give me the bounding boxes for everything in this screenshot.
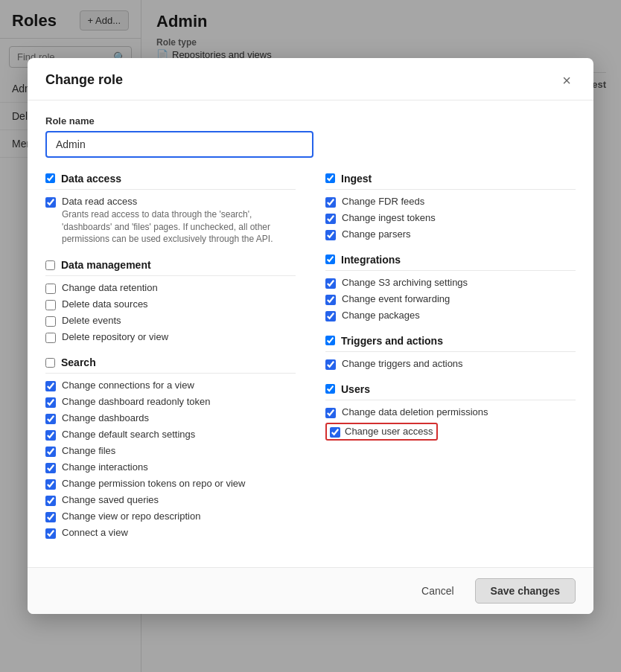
perm-change-data-retention: Change data retention — [45, 282, 296, 294]
checkbox-dashboards[interactable] — [45, 414, 56, 424]
perm-label: Delete repository or view — [62, 331, 168, 342]
perm-connect-view: Connect a view — [45, 527, 296, 539]
perm-view-repo-desc: Change view or repo description — [45, 511, 296, 522]
checkbox-dashboard-readonly[interactable] — [45, 397, 56, 408]
role-name-label: Role name — [45, 115, 576, 127]
checkbox-files[interactable] — [45, 447, 56, 457]
perm-delete-events: Delete events — [45, 315, 296, 327]
checkbox-saved-queries[interactable] — [45, 496, 56, 506]
right-column: Ingest Change FDR feeds Change ingest to… — [325, 173, 576, 552]
perm-label: Change default search settings — [62, 429, 195, 440]
checkbox-event-forwarding[interactable] — [325, 295, 336, 305]
perm-label: Delete events — [62, 315, 121, 326]
section-ingest: Ingest Change FDR feeds Change ingest to… — [325, 173, 576, 240]
cancel-button[interactable]: Cancel — [410, 579, 466, 603]
checkbox-data-access[interactable] — [45, 173, 55, 183]
checkbox-data-management[interactable] — [45, 260, 55, 270]
section-users-header: Users — [325, 383, 576, 400]
perm-dashboards: Change dashboards — [45, 412, 296, 424]
checkbox-s3-archiving[interactable] — [325, 278, 336, 289]
section-ingest-title: Ingest — [341, 173, 372, 185]
perm-delete-data-sources: Delete data sources — [45, 298, 296, 310]
perm-label: Change triggers and actions — [342, 358, 463, 369]
checkbox-users[interactable] — [325, 384, 335, 394]
section-data-management: Data management Change data retention De… — [45, 259, 296, 343]
checkbox-parsers[interactable] — [325, 230, 336, 240]
perm-dashboard-readonly: Change dashboard readonly token — [45, 396, 296, 408]
section-ingest-header: Ingest — [325, 173, 576, 190]
perm-label: Change parsers — [342, 228, 411, 240]
checkbox-data-read-access[interactable] — [45, 197, 56, 208]
checkbox-delete-data-sources[interactable] — [45, 300, 56, 310]
section-triggers-title: Triggers and actions — [341, 335, 443, 347]
section-triggers: Triggers and actions Change triggers and… — [325, 335, 576, 370]
modal-title: Change role — [45, 72, 123, 88]
checkbox-delete-repo-or-view[interactable] — [45, 333, 56, 343]
checkbox-data-deletion[interactable] — [325, 408, 336, 418]
perm-delete-repo-or-view: Delete repository or view — [45, 331, 296, 343]
perm-label: Change S3 archiving settings — [342, 277, 468, 288]
perm-s3-archiving: Change S3 archiving settings — [325, 277, 576, 289]
checkbox-default-search[interactable] — [45, 430, 56, 441]
checkbox-integrations[interactable] — [325, 255, 335, 264]
close-button[interactable]: × — [558, 71, 576, 89]
perm-parsers: Change parsers — [325, 228, 576, 240]
highlighted-item: Change user access — [325, 423, 438, 441]
perm-label: Change data deletion permissions — [342, 406, 488, 417]
perm-label: Data read access — [62, 196, 296, 207]
perm-label: Change saved queries — [62, 494, 159, 505]
perm-label: Connect a view — [62, 527, 128, 538]
perm-label: Change ingest tokens — [342, 212, 436, 223]
checkbox-change-user-access[interactable] — [330, 427, 340, 438]
section-data-management-title: Data management — [61, 259, 151, 271]
perm-label: Change permission tokens on repo or view — [62, 478, 245, 489]
perm-label: Delete data sources — [62, 298, 148, 310]
section-search: Search Change connections for a view Cha… — [45, 356, 296, 539]
checkbox-change-triggers[interactable] — [325, 359, 336, 370]
perm-label: Change interactions — [62, 461, 148, 473]
perm-label: Change connections for a view — [62, 380, 194, 391]
checkbox-fdr-feeds[interactable] — [325, 197, 336, 208]
section-integrations: Integrations Change S3 archiving setting… — [325, 254, 576, 321]
perm-label: Change data retention — [62, 282, 158, 293]
checkbox-permission-tokens[interactable] — [45, 479, 56, 490]
checkbox-view-repo-desc[interactable] — [45, 512, 56, 522]
perm-event-forwarding: Change event forwarding — [325, 293, 576, 305]
perm-data-read-access: Data read access Grants read access to d… — [45, 196, 296, 246]
modal-footer: Cancel Save changes — [28, 567, 593, 614]
perm-label: Change FDR feeds — [342, 196, 424, 207]
checkbox-connections[interactable] — [45, 381, 56, 391]
checkbox-change-data-retention[interactable] — [45, 284, 56, 294]
perm-label: Change dashboard readonly token — [62, 396, 210, 407]
section-integrations-header: Integrations — [325, 254, 576, 271]
checkbox-triggers[interactable] — [325, 336, 335, 345]
checkbox-packages[interactable] — [325, 311, 336, 321]
perm-label: Change files — [62, 445, 115, 456]
perm-connections: Change connections for a view — [45, 380, 296, 391]
section-data-access-title: Data access — [61, 173, 121, 185]
section-integrations-title: Integrations — [341, 254, 401, 266]
perm-fdr-feeds: Change FDR feeds — [325, 196, 576, 208]
section-users-title: Users — [341, 383, 370, 395]
perm-label: Change view or repo description — [62, 511, 200, 522]
perm-change-user-access: Change user access — [325, 423, 576, 441]
save-changes-button[interactable]: Save changes — [475, 578, 576, 604]
permissions-grid: Data access Data read access Grants read… — [45, 173, 576, 552]
checkbox-ingest[interactable] — [325, 173, 335, 183]
section-data-access: Data access Data read access Grants read… — [45, 173, 296, 246]
checkbox-ingest-tokens[interactable] — [325, 214, 336, 224]
checkbox-interactions[interactable] — [45, 463, 56, 473]
checkbox-delete-events[interactable] — [45, 316, 56, 327]
perm-change-triggers: Change triggers and actions — [325, 358, 576, 370]
perm-saved-queries: Change saved queries — [45, 494, 296, 506]
perm-label: Change user access — [345, 426, 433, 437]
checkbox-search[interactable] — [45, 358, 55, 368]
perm-desc: Grants read access to data through the '… — [62, 208, 296, 246]
perm-files: Change files — [45, 445, 296, 457]
modal-header: Change role × — [28, 58, 593, 100]
section-data-management-header: Data management — [45, 259, 296, 276]
role-name-input[interactable] — [45, 131, 313, 158]
modal-overlay: Change role × Role name Data access — [0, 0, 621, 672]
perm-packages: Change packages — [325, 310, 576, 321]
checkbox-connect-view[interactable] — [45, 528, 56, 539]
